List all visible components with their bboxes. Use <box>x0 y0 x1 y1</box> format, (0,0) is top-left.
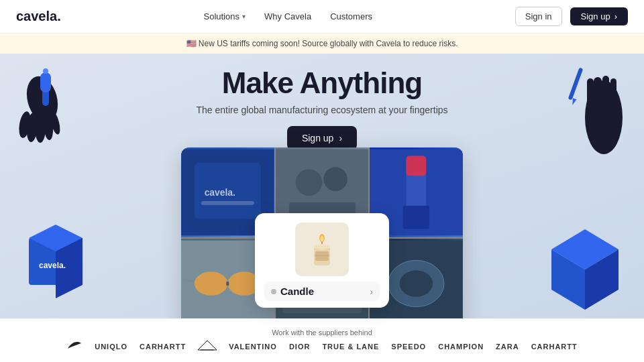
svg-rect-40 <box>226 282 229 286</box>
signup-label: Sign up <box>581 11 610 21</box>
candle-status-dot <box>271 289 276 294</box>
announcement-text: 🇺🇸 New US tariffs coming soon! Source gl… <box>186 39 458 48</box>
svg-rect-3 <box>40 72 51 93</box>
svg-rect-16 <box>587 78 594 107</box>
brand-logo-adidas <box>198 341 217 353</box>
brand-logo-carhartt2: carhartt <box>531 343 578 351</box>
svg-point-30 <box>323 167 347 191</box>
svg-rect-25 <box>195 162 261 219</box>
brand-logos: UNIQLO carhartt Valentino DIOR True & La… <box>66 341 578 353</box>
svg-point-50 <box>314 244 330 249</box>
chevron-right-icon: › <box>614 11 617 21</box>
customers-nav[interactable]: Customers <box>330 11 372 21</box>
svg-point-4 <box>43 68 48 74</box>
right-box-illustration <box>538 216 632 310</box>
svg-text:cavela.: cavela. <box>205 187 235 198</box>
svg-rect-15 <box>594 77 602 111</box>
brand-logo-dior: DIOR <box>289 343 311 351</box>
solutions-nav[interactable]: Solutions ▾ <box>204 11 246 21</box>
why-cavela-nav[interactable]: Why Cavela <box>264 11 311 21</box>
svg-rect-54 <box>315 251 329 261</box>
brand-logo-carhartt: carhartt <box>140 343 186 351</box>
customers-label: Customers <box>330 11 372 21</box>
brand-logo-valentino: Valentino <box>229 343 277 351</box>
left-box-illustration: cavela. <box>19 218 106 298</box>
candle-label-row: Candle › <box>264 282 380 301</box>
hero-cta-label: Sign up <box>302 133 333 143</box>
candle-popup: Candle › <box>255 213 389 308</box>
svg-rect-35 <box>403 206 430 229</box>
navbar: cavela. Solutions ▾ Why Cavela Customers… <box>0 0 644 34</box>
nav-actions: Sign in Sign up › <box>515 7 628 26</box>
logo[interactable]: cavela. <box>16 9 61 24</box>
svg-rect-17 <box>602 76 609 108</box>
nav-links: Solutions ▾ Why Cavela Customers <box>204 11 372 21</box>
right-hand-illustration <box>560 64 644 181</box>
brand-logo-uniqlo: UNIQLO <box>95 343 127 351</box>
svg-point-47 <box>400 270 433 297</box>
brand-logo-champion: Champion <box>438 343 484 351</box>
brand-strip: Work with the suppliers behind UNIQLO ca… <box>0 318 644 362</box>
hero-signup-button[interactable]: Sign up › <box>287 126 357 150</box>
left-hand-illustration <box>0 66 87 193</box>
main-area: cavela. Make Anything The entire global … <box>0 54 644 362</box>
svg-marker-56 <box>198 341 217 350</box>
candle-svg <box>301 228 343 271</box>
candle-label: Candle <box>280 286 370 297</box>
hero-title: Make Anything <box>154 67 490 99</box>
svg-rect-34 <box>407 156 427 176</box>
svg-point-53 <box>321 236 324 241</box>
chevron-down-icon: ▾ <box>242 13 246 20</box>
chevron-right-icon: › <box>339 133 342 143</box>
logo-text: cavela. <box>16 9 61 24</box>
hero-subtitle: The entire global manufacturing ecosyste… <box>154 105 490 115</box>
signin-button[interactable]: Sign in <box>515 7 562 26</box>
brand-logo-nike <box>66 341 83 353</box>
why-label: Why Cavela <box>264 11 311 21</box>
svg-rect-27 <box>201 201 254 205</box>
svg-rect-18 <box>610 78 616 107</box>
svg-text:cavela.: cavela. <box>39 261 66 270</box>
brand-logo-trueandlane: True & Lane <box>322 343 379 351</box>
signup-button[interactable]: Sign up › <box>570 7 628 25</box>
svg-point-29 <box>295 169 322 196</box>
hero-section: Make Anything The entire global manufact… <box>154 67 490 150</box>
solutions-label: Solutions <box>204 11 239 21</box>
svg-point-37 <box>195 272 228 296</box>
brand-strip-label: Work with the suppliers behind <box>272 328 372 337</box>
signin-label: Sign in <box>525 11 552 21</box>
candle-image <box>295 223 349 276</box>
candle-chevron-icon: › <box>370 286 373 297</box>
announcement-banner: 🇺🇸 New US tariffs coming soon! Source gl… <box>0 34 644 54</box>
brand-logo-zara: ZARA <box>496 343 519 351</box>
brand-logo-speedo: Speedo <box>391 343 426 351</box>
svg-rect-19 <box>568 67 584 100</box>
